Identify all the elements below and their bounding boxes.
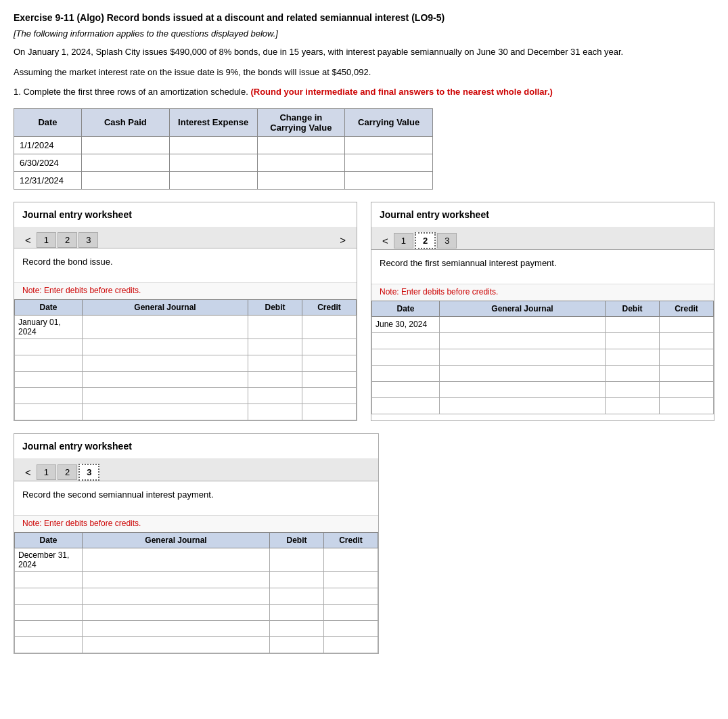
- je-left-credit-3[interactable]: [302, 355, 357, 371]
- journal-bottom-tab-1[interactable]: 1: [37, 464, 56, 480]
- je-right-gj-1[interactable]: [440, 316, 606, 332]
- je-bottom-debit-4[interactable]: [270, 604, 324, 620]
- je-right-credit-4[interactable]: [660, 365, 714, 381]
- je-left-credit-2[interactable]: [302, 339, 357, 355]
- amort-cash-input-3[interactable]: [87, 175, 164, 186]
- journal-left-tab-2[interactable]: 2: [58, 232, 77, 248]
- je-left-credit-input-3[interactable]: [306, 358, 352, 368]
- je-left-credit-6[interactable]: [302, 404, 357, 420]
- je-right-credit-1[interactable]: [660, 316, 714, 332]
- je-left-gj-input-2[interactable]: [86, 342, 244, 351]
- je-bottom-credit-input-5[interactable]: [327, 624, 374, 633]
- journal-bottom-tab-2[interactable]: 2: [58, 464, 77, 480]
- amort-cash-1[interactable]: [82, 136, 170, 154]
- journal-right-tab-2[interactable]: 2: [415, 232, 436, 249]
- je-right-credit-2[interactable]: [660, 332, 714, 349]
- je-bottom-credit-input-4[interactable]: [327, 607, 374, 617]
- je-bottom-gj-input-5[interactable]: [86, 624, 266, 633]
- je-bottom-debit-2[interactable]: [270, 571, 324, 588]
- je-left-credit-1[interactable]: [302, 315, 357, 339]
- je-right-debit-input-4[interactable]: [609, 368, 656, 378]
- je-right-debit-input-2[interactable]: [609, 336, 656, 345]
- je-right-debit-input-3[interactable]: [609, 352, 656, 362]
- je-bottom-credit-input-6[interactable]: [327, 640, 374, 649]
- je-left-gj-4[interactable]: [83, 371, 248, 387]
- je-bottom-gj-4[interactable]: [83, 604, 270, 620]
- amort-change-input-2[interactable]: [263, 158, 340, 168]
- je-bottom-gj-5[interactable]: [83, 620, 270, 636]
- amort-interest-1[interactable]: [169, 136, 257, 154]
- je-bottom-credit-5[interactable]: [324, 620, 378, 636]
- je-right-credit-input-3[interactable]: [663, 352, 710, 362]
- je-right-gj-input-1[interactable]: [443, 320, 601, 329]
- je-left-debit-input-3[interactable]: [252, 358, 298, 368]
- amort-carrying-input-1[interactable]: [350, 140, 427, 150]
- je-bottom-debit-input-4[interactable]: [273, 607, 320, 617]
- je-left-debit-input-6[interactable]: [252, 407, 298, 416]
- je-right-credit-input-5[interactable]: [663, 385, 710, 394]
- je-bottom-debit-1[interactable]: [270, 548, 324, 571]
- je-right-gj-input-3[interactable]: [443, 352, 601, 362]
- je-right-credit-input-6[interactable]: [663, 401, 710, 410]
- amort-cash-input-1[interactable]: [87, 140, 164, 150]
- journal-right-tab-3[interactable]: 3: [437, 233, 457, 248]
- je-bottom-credit-input-1[interactable]: [327, 555, 374, 565]
- je-bottom-gj-input-4[interactable]: [86, 607, 266, 617]
- je-bottom-debit-input-3[interactable]: [273, 591, 320, 601]
- amort-carrying-3[interactable]: [345, 171, 433, 189]
- je-left-credit-input-1[interactable]: [306, 322, 352, 332]
- amort-change-input-1[interactable]: [263, 140, 340, 150]
- je-right-debit-input-5[interactable]: [609, 385, 656, 394]
- je-right-debit-4[interactable]: [606, 365, 660, 381]
- amort-carrying-input-2[interactable]: [350, 158, 427, 168]
- je-bottom-credit-input-3[interactable]: [327, 591, 374, 601]
- je-left-gj-1[interactable]: [83, 315, 248, 339]
- je-bottom-gj-input-6[interactable]: [86, 640, 266, 649]
- je-left-debit-input-2[interactable]: [252, 342, 298, 351]
- je-right-debit-3[interactable]: [606, 349, 660, 365]
- je-left-debit-6[interactable]: [248, 404, 302, 420]
- je-left-credit-input-4[interactable]: [306, 374, 352, 384]
- amort-change-input-3[interactable]: [263, 175, 340, 186]
- je-left-credit-input-2[interactable]: [306, 342, 352, 351]
- je-bottom-credit-3[interactable]: [324, 588, 378, 604]
- je-left-credit-input-5[interactable]: [306, 391, 352, 400]
- journal-right-tab-1[interactable]: 1: [394, 233, 413, 248]
- amort-interest-2[interactable]: [169, 154, 257, 171]
- je-left-debit-3[interactable]: [248, 355, 302, 371]
- je-right-credit-3[interactable]: [660, 349, 714, 365]
- amort-cash-2[interactable]: [82, 154, 170, 171]
- je-left-debit-input-1[interactable]: [252, 322, 298, 332]
- je-right-debit-input-6[interactable]: [609, 401, 656, 410]
- je-left-credit-input-6[interactable]: [306, 407, 352, 416]
- je-bottom-debit-input-5[interactable]: [273, 624, 320, 633]
- je-right-gj-input-6[interactable]: [443, 401, 601, 410]
- je-right-debit-2[interactable]: [606, 332, 660, 349]
- je-left-debit-1[interactable]: [248, 315, 302, 339]
- je-right-debit-input-1[interactable]: [609, 320, 656, 329]
- je-left-debit-4[interactable]: [248, 371, 302, 387]
- amort-change-1[interactable]: [257, 136, 345, 154]
- je-bottom-debit-6[interactable]: [270, 636, 324, 653]
- journal-left-next[interactable]: >: [336, 233, 350, 247]
- journal-left-prev[interactable]: <: [21, 233, 35, 247]
- amort-carrying-2[interactable]: [345, 154, 433, 171]
- je-right-debit-1[interactable]: [606, 316, 660, 332]
- amort-cash-input-2[interactable]: [87, 158, 164, 168]
- je-right-gj-input-4[interactable]: [443, 368, 601, 378]
- journal-bottom-tab-3[interactable]: 3: [78, 464, 99, 481]
- je-bottom-gj-3[interactable]: [83, 588, 270, 604]
- amort-interest-input-1[interactable]: [175, 140, 252, 150]
- je-right-gj-3[interactable]: [440, 349, 606, 365]
- amort-interest-input-2[interactable]: [175, 158, 252, 168]
- amort-cash-3[interactable]: [82, 171, 170, 189]
- je-right-gj-4[interactable]: [440, 365, 606, 381]
- je-left-debit-input-5[interactable]: [252, 391, 298, 400]
- je-bottom-credit-6[interactable]: [324, 636, 378, 653]
- journal-right-prev[interactable]: <: [378, 234, 392, 248]
- je-left-gj-input-3[interactable]: [86, 358, 244, 368]
- journal-bottom-prev[interactable]: <: [21, 465, 35, 479]
- je-right-credit-6[interactable]: [660, 397, 714, 414]
- je-right-credit-input-1[interactable]: [663, 320, 710, 329]
- je-right-gj-input-2[interactable]: [443, 336, 601, 345]
